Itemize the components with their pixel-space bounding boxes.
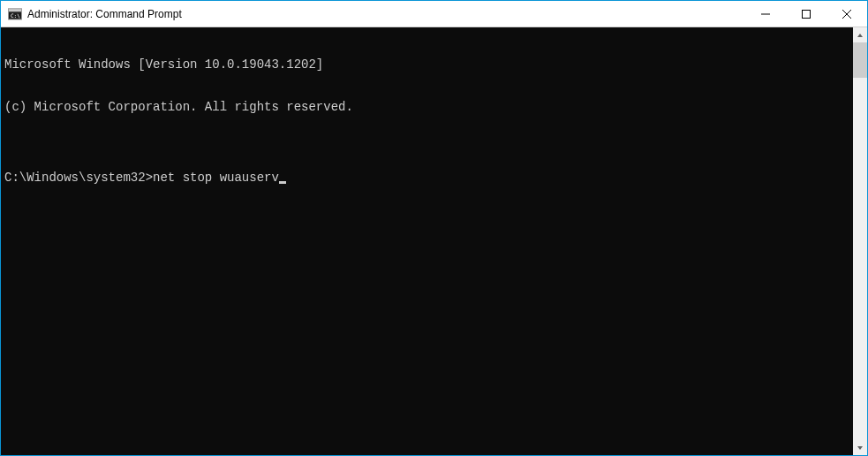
close-button[interactable] [826, 1, 867, 27]
vertical-scrollbar[interactable] [853, 27, 867, 455]
svg-rect-1 [9, 9, 22, 11]
command-prompt-window: C:\ Administrator: Command Prompt Micros… [0, 0, 868, 456]
svg-rect-4 [803, 10, 811, 18]
minimize-button[interactable] [745, 1, 786, 27]
scroll-thumb[interactable] [853, 42, 867, 78]
titlebar-left: C:\ Administrator: Command Prompt [1, 7, 745, 21]
svg-text:C:\: C:\ [11, 12, 20, 19]
scroll-down-button[interactable] [853, 440, 867, 455]
svg-marker-8 [857, 446, 863, 450]
prompt-line: C:\Windows\system32>net stop wuauserv [4, 171, 849, 185]
cursor [279, 181, 286, 184]
svg-marker-7 [857, 34, 863, 37]
titlebar[interactable]: C:\ Administrator: Command Prompt [1, 1, 867, 27]
command-text: net stop wuauserv [153, 171, 279, 185]
prompt-text: C:\Windows\system32> [4, 171, 153, 185]
terminal-output[interactable]: Microsoft Windows [Version 10.0.19043.12… [1, 27, 853, 455]
content-area: Microsoft Windows [Version 10.0.19043.12… [1, 27, 867, 455]
window-controls [745, 1, 867, 27]
scroll-track[interactable] [853, 42, 867, 440]
window-title: Administrator: Command Prompt [27, 8, 182, 20]
banner-line-1: Microsoft Windows [Version 10.0.19043.12… [4, 57, 849, 72]
command-prompt-icon: C:\ [8, 7, 22, 21]
scroll-up-button[interactable] [853, 27, 867, 42]
banner-line-2: (c) Microsoft Corporation. All rights re… [4, 100, 849, 114]
maximize-button[interactable] [786, 1, 826, 27]
